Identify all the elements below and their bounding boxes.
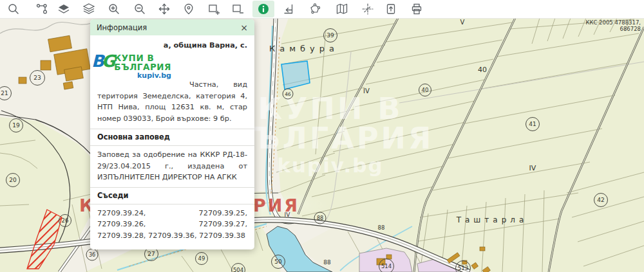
crosshair-button[interactable] <box>357 1 379 17</box>
parcel-circle-label: 49 <box>195 252 208 265</box>
map-toolbar <box>0 0 644 19</box>
section-divider <box>90 129 254 129</box>
kupiv-logo-text: КУПИ В БЪЛГАРИЯ kupiv.bg <box>114 54 171 79</box>
rect-subtract-icon <box>231 3 244 15</box>
kupiv-logo: BG КУПИ В БЪЛГАРИЯ kupiv.bg <box>91 52 183 86</box>
parcel-circle-label: 23 <box>30 70 45 86</box>
parcel-circle-label: 514 <box>379 258 394 272</box>
zoom-out-icon <box>133 3 146 15</box>
export-page-button[interactable] <box>380 1 402 17</box>
pan-icon <box>158 3 171 15</box>
property-header-line: а, община Варна, с. <box>97 41 247 50</box>
section-divider <box>90 204 254 204</box>
parcel-circle-label: 36 <box>86 249 99 261</box>
crosshair-icon <box>361 3 374 15</box>
info-popup: Информация × а, община Варна, с. BG КУПИ… <box>90 19 254 249</box>
route-nodes-icon <box>35 3 48 15</box>
kupiv-domain: kupiv.bg <box>114 72 171 79</box>
rect-add-icon <box>207 3 220 15</box>
parcel-circle-label: 46 <box>283 89 294 100</box>
zoom-in-icon <box>108 3 120 15</box>
kupiv-logo-mark: BG <box>91 54 113 69</box>
parcel-circle-label: 39 <box>323 28 337 42</box>
logo-mark-b: B <box>91 51 102 71</box>
order-section-text: Заповед за одобрение на КККР РД-18-29/23… <box>97 149 247 183</box>
search-icon <box>7 3 20 15</box>
info-popup-header: Информация × <box>90 19 254 35</box>
map-label: IV <box>529 164 536 172</box>
polygon-nodes-button[interactable] <box>304 1 326 17</box>
neighbors-section-text: 72709.39.24, 72709.39.25, 72709.39.26, 7… <box>97 208 247 242</box>
map-label: IV <box>285 212 290 218</box>
order-section-heading: Основна заповед <box>97 132 247 141</box>
parcel-circle-label: 26 <box>59 214 71 227</box>
route-nodes-button[interactable] <box>31 1 53 17</box>
polygon-nodes-icon <box>308 3 321 15</box>
section-divider <box>90 187 254 188</box>
map-label: V <box>460 19 465 26</box>
coordinate-readout: ККС 2005 4788317, 686728 <box>575 19 641 32</box>
parcel-circle-label: 20 <box>6 173 20 187</box>
layers-filled-icon <box>57 3 70 15</box>
corner-arrow-icon <box>282 3 295 15</box>
map-label: 40 <box>478 66 487 74</box>
location-pin-icon <box>182 3 195 15</box>
close-icon[interactable]: × <box>240 23 248 32</box>
layers-outline-button[interactable] <box>78 1 100 17</box>
parcel-circle-label: 41 <box>526 117 540 131</box>
rect-subtract-button[interactable] <box>227 1 249 17</box>
area-label-kambura: Камбура <box>269 44 339 53</box>
property-header-visible-text: а, община Варна, с. <box>164 41 247 50</box>
layers-outline-icon <box>82 3 95 15</box>
layers-filled-button[interactable] <box>53 1 75 17</box>
corner-arrow-button[interactable] <box>278 1 299 17</box>
printer-icon <box>410 3 423 15</box>
map-label: 88 <box>378 224 385 231</box>
parcel-circle-label: 42 <box>594 193 608 207</box>
search-button[interactable] <box>3 1 24 17</box>
parcel-circle-label: 40 <box>419 84 431 96</box>
area-label-tashtarla: Таштарла <box>457 215 528 224</box>
zoom-out-button[interactable] <box>129 1 151 17</box>
info-tool-button[interactable] <box>252 1 274 17</box>
section-divider <box>90 145 254 146</box>
logo-mark-g: G <box>102 51 113 71</box>
map-label: 88 <box>323 259 330 266</box>
location-pin-button[interactable] <box>178 1 200 17</box>
map-button[interactable] <box>331 1 353 17</box>
zoom-in-button[interactable] <box>103 1 125 17</box>
print-button[interactable] <box>406 1 428 17</box>
export-page-icon <box>384 3 397 15</box>
info-popup-body: а, община Варна, с. BG КУПИ В БЪЛГАРИЯ k… <box>90 35 254 249</box>
neighbors-section-heading: Съседи <box>97 191 247 200</box>
parcel-circle-label: 88 <box>314 212 327 224</box>
info-popup-title: Информация <box>97 23 240 32</box>
parcel-circle-label: 513 <box>455 260 471 272</box>
parcel-circle-label: 19 <box>9 118 23 132</box>
parcel-circle-label: 50 <box>271 255 285 269</box>
map-label: IV <box>363 87 370 95</box>
app-window: КУПИ В БЪЛГАРИЯ kupiv.bg КУПИ В БЪЛГАРИЯ… <box>0 0 644 272</box>
info-icon <box>257 3 270 15</box>
map-icon <box>336 3 348 15</box>
rect-add-button[interactable] <box>203 1 225 17</box>
kupiv-brand-line2: БЪЛГАРИЯ <box>114 63 171 72</box>
pan-button[interactable] <box>153 1 175 17</box>
